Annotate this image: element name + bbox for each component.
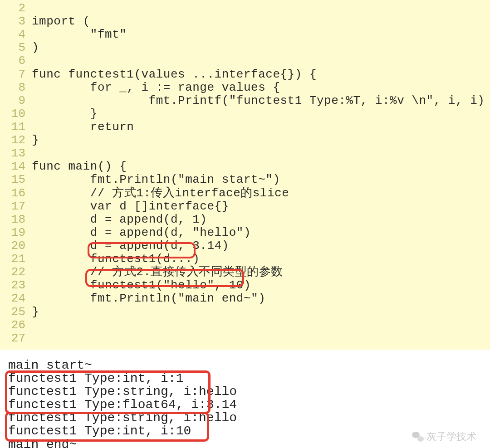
code-text: import ( bbox=[32, 15, 90, 28]
line-number: 17 bbox=[0, 200, 32, 213]
code-line: 15 fmt.Println("main start~") bbox=[0, 173, 490, 186]
line-number: 9 bbox=[0, 94, 32, 107]
code-text: fmt.Println("main start~") bbox=[32, 173, 280, 186]
code-text: // 方式1:传入interface的slice bbox=[32, 187, 289, 200]
code-line: 21 functest1(d...) bbox=[0, 253, 490, 266]
line-number: 22 bbox=[0, 266, 32, 279]
code-line: 17 var d []interface{} bbox=[0, 200, 490, 213]
code-line: 9 fmt.Printf("functest1 Type:%T, i:%v \n… bbox=[0, 94, 490, 107]
code-text: for _, i := range values { bbox=[32, 81, 280, 94]
code-line: 6 bbox=[0, 54, 490, 68]
line-number: 18 bbox=[0, 213, 32, 226]
code-text: d = append(d, 3.14) bbox=[32, 239, 229, 253]
output-line: functest1 Type:string, i:hello bbox=[8, 385, 482, 398]
code-text: functest1(d...) bbox=[32, 253, 200, 266]
code-text: // 方式2:直接传入不同类型的参数 bbox=[32, 266, 283, 279]
line-number: 10 bbox=[0, 107, 32, 121]
line-number: 14 bbox=[0, 160, 32, 173]
line-number: 25 bbox=[0, 306, 32, 319]
line-number: 19 bbox=[0, 226, 32, 239]
code-text: fmt.Printf("functest1 Type:%T, i:%v \n",… bbox=[32, 94, 485, 107]
output-line: functest1 Type:int, i:1 bbox=[8, 372, 482, 385]
line-number: 21 bbox=[0, 253, 32, 266]
output-line: functest1 Type:string, i:hello bbox=[8, 411, 482, 424]
line-number: 8 bbox=[0, 81, 32, 94]
line-number: 6 bbox=[0, 54, 32, 68]
line-number: 23 bbox=[0, 279, 32, 292]
code-line: 8 for _, i := range values { bbox=[0, 81, 490, 94]
code-text: "fmt" bbox=[32, 28, 127, 41]
watermark-text: 灰子学技术 bbox=[426, 432, 476, 442]
code-text: d = append(d, "hello") bbox=[32, 226, 251, 239]
output-line: functest1 Type:float64, i:3.14 bbox=[8, 398, 482, 411]
line-number: 5 bbox=[0, 41, 32, 54]
code-line: 18 d = append(d, 1) bbox=[0, 213, 490, 226]
output-line: main start~ bbox=[8, 359, 482, 372]
wechat-icon bbox=[412, 432, 424, 442]
line-number: 15 bbox=[0, 173, 32, 186]
code-line: 3import ( bbox=[0, 15, 490, 28]
code-text: var d []interface{} bbox=[32, 200, 229, 213]
line-number: 20 bbox=[0, 239, 32, 253]
line-number: 11 bbox=[0, 121, 32, 134]
code-text: func functest1(values ...interface{}) { bbox=[32, 68, 317, 81]
code-line: 27 bbox=[0, 332, 490, 345]
line-number: 12 bbox=[0, 134, 32, 147]
code-text: } bbox=[32, 107, 98, 121]
line-number: 7 bbox=[0, 68, 32, 81]
watermark: 灰子学技术 bbox=[412, 432, 476, 442]
line-number: 27 bbox=[0, 332, 32, 345]
line-number: 26 bbox=[0, 319, 32, 332]
code-line: 26 bbox=[0, 319, 490, 332]
code-text: } bbox=[32, 306, 39, 319]
line-number: 2 bbox=[0, 2, 32, 15]
code-line: 24 fmt.Println("main end~") bbox=[0, 292, 490, 305]
code-line: 25} bbox=[0, 306, 490, 319]
code-line: 11 return bbox=[0, 121, 490, 134]
code-line: 14func main() { bbox=[0, 160, 490, 173]
code-line: 13 bbox=[0, 147, 490, 160]
line-number: 24 bbox=[0, 292, 32, 305]
code-line: 16 // 方式1:传入interface的slice bbox=[0, 187, 490, 200]
line-number: 13 bbox=[0, 147, 32, 160]
code-line: 7func functest1(values ...interface{}) { bbox=[0, 68, 490, 81]
code-line: 10 } bbox=[0, 107, 490, 121]
code-text: functest1("hello", 10) bbox=[32, 279, 251, 292]
code-text: func main() { bbox=[32, 160, 127, 173]
output-line: main end~ bbox=[8, 438, 482, 448]
code-line: 12} bbox=[0, 134, 490, 147]
line-number: 4 bbox=[0, 28, 32, 41]
output-panel: main start~functest1 Type:int, i:1functe… bbox=[0, 350, 490, 448]
code-line: 22 // 方式2:直接传入不同类型的参数 bbox=[0, 266, 490, 279]
code-line: 4 "fmt" bbox=[0, 28, 490, 41]
code-text: } bbox=[32, 134, 39, 147]
line-number: 3 bbox=[0, 15, 32, 28]
code-editor: 23import (4 "fmt"5)67func functest1(valu… bbox=[0, 0, 490, 350]
line-number: 16 bbox=[0, 187, 32, 200]
code-line: 20 d = append(d, 3.14) bbox=[0, 239, 490, 253]
output-line: functest1 Type:int, i:10 bbox=[8, 424, 482, 438]
code-line: 2 bbox=[0, 2, 490, 15]
code-line: 5) bbox=[0, 41, 490, 54]
code-text: return bbox=[32, 121, 134, 134]
code-text: ) bbox=[32, 41, 39, 54]
code-text: fmt.Println("main end~") bbox=[32, 292, 265, 305]
code-line: 19 d = append(d, "hello") bbox=[0, 226, 490, 239]
code-text: d = append(d, 1) bbox=[32, 213, 207, 226]
code-line: 23 functest1("hello", 10) bbox=[0, 279, 490, 292]
